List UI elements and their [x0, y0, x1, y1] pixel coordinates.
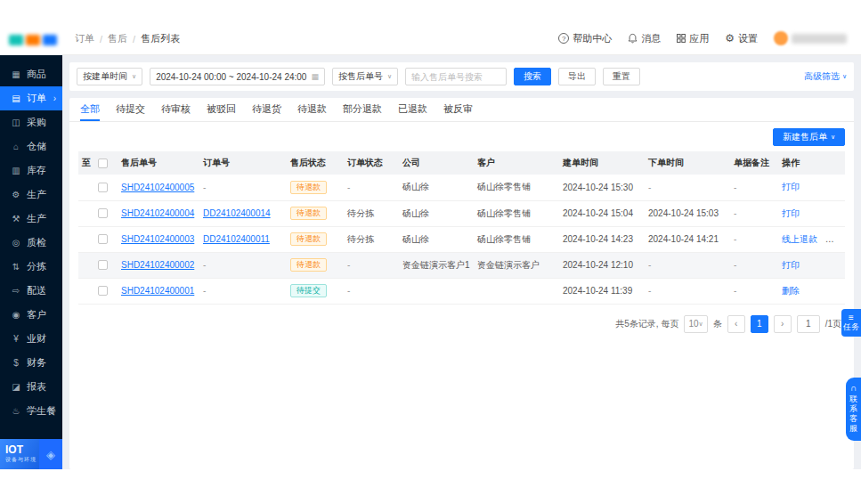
- status-badge: 待提交: [290, 284, 327, 297]
- brand-logo-blurred: [9, 35, 57, 45]
- number-field-value: 按售后单号: [338, 70, 383, 83]
- aftersales-table: 至 售后单号 订单号 售后状态 订单状态 公司 客户 建单时间 下单时间 单据备…: [78, 151, 845, 305]
- expand-cell: [78, 175, 94, 200]
- aftersales-no-link[interactable]: SHD24102400001: [121, 286, 194, 296]
- calendar-icon: ▦: [311, 72, 319, 81]
- sidebar-item-inventory[interactable]: ▥库存: [0, 159, 62, 183]
- task-floating-button[interactable]: ≡ 任务: [841, 309, 861, 337]
- date-range-input[interactable]: 2024-10-24 00:00 ~ 2024-10-24 24:00 ▦: [150, 68, 325, 85]
- sidebar-item-sorting[interactable]: ⇅分拣: [0, 255, 62, 279]
- main-content: 按建单时间 ∨ 2024-10-24 00:00 ~ 2024-10-24 24…: [62, 55, 861, 469]
- page-size-value: 10: [688, 319, 698, 329]
- tab-all[interactable]: 全部: [80, 98, 100, 121]
- print-action-link[interactable]: 打印: [782, 208, 800, 218]
- order-time-cell: -: [645, 252, 730, 278]
- advanced-filter-link[interactable]: 高级筛选 ∨: [804, 70, 847, 83]
- production2-icon: ⚒: [11, 214, 21, 224]
- next-page-button[interactable]: ›: [774, 315, 792, 333]
- col-created-time: 建单时间: [559, 151, 645, 175]
- order-no-link[interactable]: DD24102400011: [203, 234, 270, 244]
- orders-icon: ▤: [11, 93, 21, 103]
- checkbox-cell: [94, 226, 118, 252]
- sidebar-item-production-2[interactable]: ⚒生产: [0, 207, 62, 231]
- select-all-checkbox[interactable]: [98, 159, 108, 168]
- aftersales-no-link[interactable]: SHD24102400004: [121, 208, 194, 218]
- tab-pending-refund[interactable]: 待退款: [297, 98, 327, 121]
- remark-cell: -: [730, 200, 778, 226]
- col-order-time: 下单时间: [645, 151, 730, 175]
- search-button[interactable]: 搜索: [514, 68, 551, 85]
- sidebar-item-biz-finance[interactable]: ¥业财: [0, 327, 62, 351]
- sidebar-item-reports[interactable]: ◪报表: [0, 375, 62, 399]
- aftersales-search-input[interactable]: [405, 68, 507, 85]
- time-field-select[interactable]: 按建单时间 ∨: [77, 68, 142, 85]
- col-order-no: 订单号: [199, 151, 287, 175]
- row-checkbox[interactable]: [98, 234, 108, 244]
- aftersales-no-link[interactable]: SHD24102400003: [121, 234, 194, 244]
- tab-refunded[interactable]: 已退款: [398, 98, 427, 121]
- body-row: ▦商品 ▤订单› ◫采购 ⌂仓储 ▥库存 ⚙生产 ⚒生产 ◎质检 ⇅分拣 ⇨配送…: [0, 55, 861, 469]
- expand-cell: [78, 278, 94, 304]
- breadcrumb-orders[interactable]: 订单: [75, 32, 94, 45]
- sidebar-item-warehouse[interactable]: ⌂仓储: [0, 134, 62, 159]
- number-field-select[interactable]: 按售后单号 ∨: [332, 68, 398, 85]
- tab-pending-review[interactable]: 待审核: [161, 98, 191, 121]
- sidebar-item-delivery[interactable]: ⇨配送: [0, 279, 62, 303]
- tab-pending-return[interactable]: 待退货: [252, 98, 281, 121]
- order-time-cell: -: [645, 278, 730, 304]
- row-checkbox[interactable]: [98, 260, 108, 270]
- sidebar-item-label: 配送: [27, 284, 46, 297]
- gear-icon: ⚙: [725, 32, 735, 45]
- company-cell: 砀山徐: [399, 200, 474, 226]
- report-icon: ◪: [11, 382, 21, 392]
- tab-partial-refund[interactable]: 部分退款: [343, 98, 382, 121]
- sidebar-item-student-meal[interactable]: ♨学生餐: [0, 399, 62, 423]
- sidebar-item-procurement[interactable]: ◫采购: [0, 110, 62, 134]
- sidebar-item-goods[interactable]: ▦商品: [0, 62, 62, 86]
- page-jump-input[interactable]: [797, 315, 820, 333]
- order-no-link[interactable]: DD24102400014: [203, 208, 271, 218]
- settings-button[interactable]: ⚙ 设置: [725, 32, 758, 45]
- sidebar-item-finance[interactable]: $财务: [0, 351, 62, 375]
- apps-button[interactable]: 应用: [677, 32, 709, 45]
- production-icon: ⚙: [11, 190, 21, 199]
- print-action-link[interactable]: 打印: [825, 234, 843, 244]
- sidebar-item-production[interactable]: ⚙生产: [0, 183, 62, 207]
- new-aftersales-button[interactable]: 新建售后单 ∨: [773, 128, 845, 146]
- tab-rejected[interactable]: 被驳回: [207, 98, 236, 121]
- sorting-icon: ⇅: [11, 262, 21, 272]
- sidebar-item-quality[interactable]: ◎质检: [0, 231, 62, 255]
- order-status-cell: -: [344, 175, 399, 200]
- table-row: SHD24102400002 - 待退款 - 资金链演示客户1 资金链演示客户 …: [78, 252, 845, 278]
- breadcrumb-aftersales[interactable]: 售后: [108, 32, 127, 45]
- help-center-button[interactable]: ? 帮助中心: [558, 32, 612, 45]
- export-button[interactable]: 导出: [558, 68, 596, 85]
- print-action-link[interactable]: 打印: [782, 260, 800, 270]
- print-action-link[interactable]: 打印: [782, 182, 800, 191]
- iot-title: IOT: [5, 444, 37, 456]
- sidebar-item-label: 学生餐: [27, 404, 56, 418]
- order-time-cell: 2024-10-24 14:21: [645, 226, 730, 252]
- created-time-cell: 2024-10-24 15:30: [559, 175, 645, 200]
- apps-label: 应用: [689, 32, 709, 45]
- aftersales-list-card: 全部 待提交 待审核 被驳回 待退货 待退款 部分退款 已退款 被反审 新建售后…: [69, 98, 854, 469]
- online-refund-action-link[interactable]: 线上退款: [782, 234, 817, 244]
- messages-button[interactable]: 消息: [628, 32, 661, 45]
- prev-page-button[interactable]: ‹: [727, 315, 745, 333]
- tab-review-reversed[interactable]: 被反审: [443, 98, 473, 121]
- row-checkbox[interactable]: [98, 286, 108, 296]
- sidebar-item-orders[interactable]: ▤订单›: [0, 86, 62, 110]
- page-size-select[interactable]: 10 ∨: [684, 315, 707, 333]
- current-page-button[interactable]: 1: [751, 315, 768, 333]
- aftersales-no-link[interactable]: SHD24102400002: [121, 260, 194, 270]
- tab-pending-submit[interactable]: 待提交: [116, 98, 145, 121]
- aftersales-no-link[interactable]: SHD24102400005: [121, 183, 194, 192]
- sidebar-item-customers[interactable]: ◉客户: [0, 303, 62, 327]
- reset-button[interactable]: 重置: [603, 68, 640, 85]
- delete-action-link[interactable]: 删除: [782, 286, 800, 296]
- col-company: 公司: [399, 151, 474, 175]
- contact-service-floating-button[interactable]: ∩ 联系客服: [846, 378, 861, 441]
- row-checkbox[interactable]: [98, 208, 108, 218]
- user-account[interactable]: [774, 31, 847, 45]
- row-checkbox[interactable]: [98, 183, 108, 192]
